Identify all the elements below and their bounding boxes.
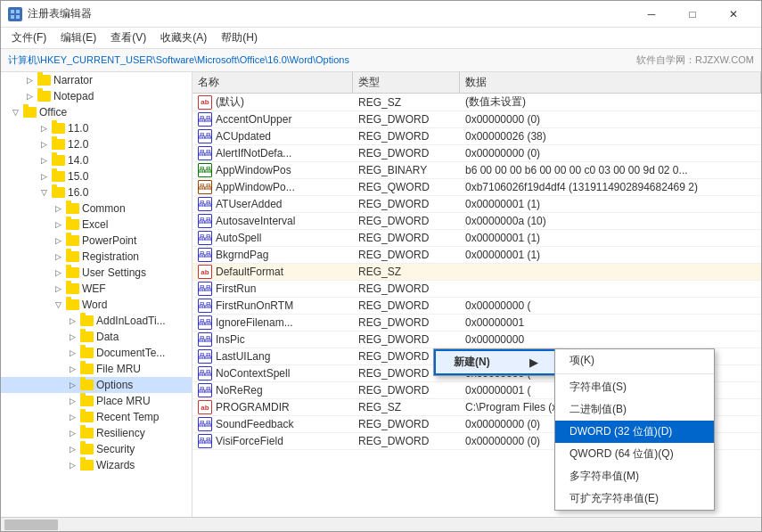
expand-icon-11[interactable]: ▷: [37, 121, 51, 135]
column-data[interactable]: 数据: [460, 72, 761, 93]
tree-item-docte[interactable]: ▷ DocumentTe...: [1, 345, 192, 361]
cell-name: ab PROGRAMDIR: [193, 399, 353, 415]
cell-name: 品品 NoContextSpell: [193, 365, 353, 381]
tree-item-15[interactable]: ▷ 15.0: [1, 168, 192, 184]
folder-icon-docte: [79, 347, 94, 359]
reg-dword-icon: 品品: [198, 214, 212, 228]
table-row-defaultformat[interactable]: ab DefaultFormat REG_SZ: [193, 264, 761, 281]
tree-item-data[interactable]: ▷ Data: [1, 329, 192, 345]
tree-label-docte: DocumentTe...: [96, 347, 165, 359]
expand-icon-powerpoint[interactable]: ▷: [51, 233, 65, 248]
expand-icon-docte[interactable]: ▷: [65, 346, 79, 360]
cell-type: REG_BINARY: [353, 162, 460, 178]
menu-favorites[interactable]: 收藏夹(A): [153, 29, 214, 47]
tree-item-powerpoint[interactable]: ▷ PowerPoint: [1, 233, 192, 249]
tree-label-powerpoint: PowerPoint: [82, 234, 136, 247]
expand-icon-registration[interactable]: ▷: [51, 250, 65, 264]
horizontal-scrollbar[interactable]: [1, 517, 761, 531]
submenu-item-qword[interactable]: QWORD (64 位值)(Q): [555, 443, 714, 465]
cell-data: (数值未设置): [460, 94, 761, 110]
scrollbar-thumb[interactable]: [4, 520, 58, 530]
expand-icon-wizards[interactable]: ▷: [65, 458, 79, 472]
tree-item-14[interactable]: ▷ 14.0: [1, 152, 192, 168]
column-type[interactable]: 类型: [353, 72, 460, 93]
expand-icon-options[interactable]: ▷: [65, 378, 79, 392]
tree-item-usersettings[interactable]: ▷ User Settings: [1, 265, 192, 281]
menu-help[interactable]: 帮助(H): [214, 29, 265, 47]
column-name[interactable]: 名称: [193, 72, 353, 93]
tree-item-16[interactable]: ▽ 16.0: [1, 184, 192, 201]
table-row[interactable]: 品品 AppWindowPos REG_BINARY b6 00 00 00 b…: [193, 162, 761, 179]
reg-dword-icon: 品品: [198, 231, 212, 245]
table-row[interactable]: 品品 BkgrndPag REG_DWORD 0x00000001 (1): [193, 247, 761, 264]
table-row[interactable]: 品品 FirstRun REG_DWORD: [193, 281, 761, 298]
expand-icon-16[interactable]: ▽: [37, 185, 51, 200]
table-row[interactable]: 品品 ACUpdated REG_DWORD 0x00000026 (38): [193, 128, 761, 145]
tree-label-options: Options: [96, 379, 133, 391]
expand-icon-excel[interactable]: ▷: [51, 217, 65, 232]
tree-item-notepad[interactable]: ▷ Notepad: [1, 88, 192, 104]
table-row[interactable]: 品品 AutosaveInterval REG_DWORD 0x0000000a…: [193, 213, 761, 230]
close-button[interactable]: ✕: [713, 1, 754, 28]
tree-item-registration[interactable]: ▷ Registration: [1, 249, 192, 265]
context-menu-new[interactable]: 新建(N) ▶: [434, 349, 557, 375]
tree-item-resiliency[interactable]: ▷ Resiliency: [1, 425, 192, 441]
tree-item-office[interactable]: ▽ Office: [1, 104, 192, 120]
table-row[interactable]: 品品 FirstRunOnRTM REG_DWORD 0x00000000 (: [193, 298, 761, 315]
cell-data: 0x00000001 (1): [460, 230, 761, 246]
maximize-button[interactable]: □: [672, 1, 713, 28]
tree-item-recenttemp[interactable]: ▷ Recent Temp: [1, 409, 192, 425]
expand-icon-narrator[interactable]: ▷: [22, 73, 37, 87]
table-row[interactable]: 品品 AppWindowPo... REG_QWORD 0xb7106026f1…: [193, 179, 761, 196]
expand-icon-14[interactable]: ▷: [37, 153, 51, 168]
table-row[interactable]: ab (默认) REG_SZ (数值未设置): [193, 94, 761, 111]
submenu-item-dword[interactable]: DWORD (32 位值)(D): [555, 421, 714, 443]
table-row[interactable]: 品品 InsPic REG_DWORD 0x00000000: [193, 331, 761, 348]
tree-item-placemru[interactable]: ▷ Place MRU: [1, 393, 192, 409]
expand-icon-office[interactable]: ▽: [8, 105, 22, 119]
tree-item-excel[interactable]: ▷ Excel: [1, 217, 192, 233]
submenu-item-multistring[interactable]: 多字符串值(M): [555, 465, 714, 487]
expand-icon-filemru[interactable]: ▷: [65, 362, 79, 376]
expand-icon-security[interactable]: ▷: [65, 442, 79, 456]
tree-item-filemru[interactable]: ▷ File MRU: [1, 361, 192, 377]
context-menu-arrow: ▶: [529, 356, 537, 369]
table-row[interactable]: 品品 AutoSpell REG_DWORD 0x00000001 (1): [193, 230, 761, 247]
menu-edit[interactable]: 编辑(E): [53, 29, 103, 47]
submenu-item-binary[interactable]: 二进制值(B): [555, 398, 714, 421]
expand-icon-wef[interactable]: ▷: [51, 282, 65, 296]
submenu-item-string[interactable]: 字符串值(S): [555, 376, 714, 398]
expand-icon-usersettings[interactable]: ▷: [51, 266, 65, 280]
expand-icon-12[interactable]: ▷: [37, 137, 51, 151]
tree-item-security[interactable]: ▷ Security: [1, 441, 192, 457]
table-row[interactable]: 品品 AlertIfNotDefa... REG_DWORD 0x0000000…: [193, 145, 761, 162]
table-row[interactable]: 品品 AccentOnUpper REG_DWORD 0x00000000 (0…: [193, 111, 761, 128]
tree-item-word[interactable]: ▽ Word: [1, 297, 192, 313]
submenu-item-key[interactable]: 项(K): [555, 349, 714, 372]
menu-view[interactable]: 查看(V): [103, 29, 153, 47]
expand-icon-placemru[interactable]: ▷: [65, 394, 79, 408]
expand-icon-data[interactable]: ▷: [65, 330, 79, 344]
expand-icon-addin[interactable]: ▷: [65, 314, 79, 328]
expand-icon-15[interactable]: ▷: [37, 169, 51, 184]
submenu-item-expandstring[interactable]: 可扩充字符串值(E): [555, 487, 714, 510]
minimize-button[interactable]: ─: [631, 1, 672, 28]
tree-item-options[interactable]: ▷ Options: [1, 377, 192, 393]
tree-item-common[interactable]: ▷ Common: [1, 201, 192, 217]
table-row[interactable]: 品品 IgnoreFilenam... REG_DWORD 0x00000001: [193, 315, 761, 331]
tree-item-12[interactable]: ▷ 12.0: [1, 136, 192, 152]
table-row[interactable]: 品品 ATUserAdded REG_DWORD 0x00000001 (1): [193, 196, 761, 213]
expand-icon-resiliency[interactable]: ▷: [65, 426, 79, 440]
tree-item-wizards[interactable]: ▷ Wizards: [1, 457, 192, 473]
expand-icon-recenttemp[interactable]: ▷: [65, 410, 79, 424]
menu-file[interactable]: 文件(F): [4, 29, 53, 47]
expand-icon-common[interactable]: ▷: [51, 201, 65, 216]
tree-item-11[interactable]: ▷ 11.0: [1, 120, 192, 136]
tree-item-wef[interactable]: ▷ WEF: [1, 281, 192, 297]
reg-dword-icon: 品品: [198, 383, 212, 397]
tree-item-narrator[interactable]: ▷ Narrator: [1, 72, 192, 88]
expand-icon-notepad[interactable]: ▷: [22, 89, 37, 103]
tree-label-recenttemp: Recent Temp: [96, 411, 159, 423]
tree-item-addin[interactable]: ▷ AddInLoadTi...: [1, 313, 192, 329]
expand-icon-word[interactable]: ▽: [51, 298, 65, 312]
